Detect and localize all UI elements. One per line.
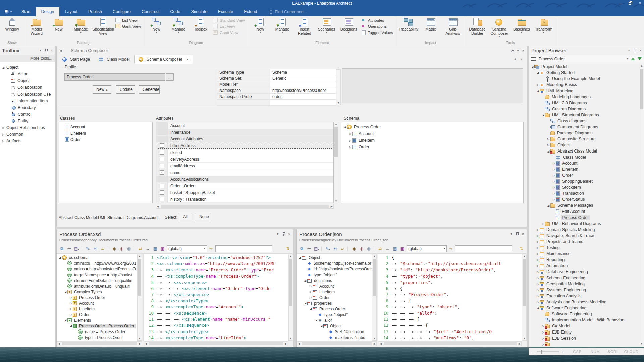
tree-item[interactable]: ◢Process Order — [297, 306, 372, 312]
expander-closed-icon[interactable]: ▷ — [69, 296, 73, 299]
chevron-up-icon[interactable] — [511, 49, 514, 53]
ribbon-tab-configure[interactable]: Configure — [107, 7, 136, 16]
new-button[interactable]: New▸ — [93, 85, 111, 94]
xsd-tree-scrollbar[interactable]: ▲▼ — [137, 254, 142, 341]
close-icon[interactable]: × — [288, 232, 290, 236]
close-icon[interactable]: × — [51, 48, 53, 52]
ribbon-button-new[interactable]: New — [48, 16, 70, 40]
ribbon-button-manage[interactable]: Manage▾ — [271, 16, 293, 40]
tree-item[interactable]: ◢Object — [297, 255, 372, 260]
tree-item[interactable]: ▷OrderStatus — [529, 196, 644, 202]
tree-item[interactable]: Class Model — [529, 154, 644, 160]
chevron-down-icon[interactable]: ▾ — [40, 49, 41, 52]
tree-item[interactable]: ◆type: "object" — [297, 272, 372, 278]
expander-open-icon[interactable]: ◢ — [63, 319, 67, 322]
tree-item[interactable]: ▷Artifacts — [0, 138, 55, 144]
expander-closed-icon[interactable]: ▷ — [536, 83, 540, 86]
checkbox[interactable] — [160, 190, 164, 195]
restore-button[interactable] — [627, 1, 633, 6]
xsd-code-view[interactable]: 1<?xml·version="1.0"·encoding="windows-1… — [144, 254, 288, 341]
chevron-down-icon[interactable]: ▾ — [628, 49, 630, 52]
list-icon[interactable]: ≔ — [306, 246, 312, 252]
tree-item[interactable]: ▷Common — [0, 131, 55, 138]
ribbon-button-model-wizard[interactable]: Model Wizard — [25, 16, 48, 40]
tree-item[interactable]: ◆id: "http://bookstore/ProcessOrde — [297, 266, 372, 272]
tree-item[interactable]: ▷LineItem — [341, 137, 523, 144]
tree-item[interactable]: Class diagrams — [529, 118, 644, 124]
attribute-row[interactable]: emailAddress — [156, 163, 333, 169]
property-value[interactable]: Generic — [270, 75, 336, 81]
ribbon-item-attributes[interactable]: Attributes — [361, 18, 393, 22]
attribute-row[interactable]: Order : Order — [156, 183, 333, 189]
expander-closed-icon[interactable]: ▷ — [536, 234, 540, 237]
tree-item[interactable]: ◢EProcess Order : Process Order — [57, 323, 137, 329]
tree-item[interactable]: ▷C# Model — [529, 323, 644, 329]
tree-item[interactable]: ◢definitions — [297, 278, 372, 283]
expander-closed-icon[interactable]: ▷ — [536, 277, 540, 280]
checkbox-checked[interactable]: ✓ — [160, 170, 164, 175]
expander-open-icon[interactable]: ◢ — [343, 126, 347, 129]
tree-item[interactable]: ▷Projects and Teams — [529, 239, 644, 245]
properties-icon[interactable]: ▤▾ — [73, 246, 80, 252]
json-tree-scrollbar[interactable]: ▲▼ — [372, 254, 377, 341]
tree-item[interactable]: ◢UML Structural Diagrams — [529, 112, 644, 118]
save-icon[interactable]: ▱ — [339, 246, 346, 252]
tab-scroll-arrows[interactable]: ◂ ▸ — [514, 57, 524, 61]
collapse-left-icon[interactable]: « — [59, 48, 71, 53]
close-icon[interactable]: × — [640, 48, 642, 52]
profile-name-field[interactable]: Process Order — [64, 73, 165, 81]
expander-closed-icon[interactable]: ▷ — [552, 174, 556, 177]
search-doc-icon[interactable]: ◎ — [358, 246, 365, 252]
ribbon-item-tagged-values[interactable]: Tagged Values — [361, 30, 393, 35]
tab-schema-composer[interactable]: ★Schema Composer× — [134, 55, 193, 64]
ribbon-tab-execute[interactable]: Execute — [213, 7, 238, 16]
class-list-item[interactable]: Account — [59, 124, 152, 130]
expander-closed-icon[interactable]: ▷ — [1, 126, 5, 129]
ribbon-tab-code[interactable]: Code — [165, 7, 186, 16]
tree-item[interactable]: ▷TOrder — [57, 312, 137, 317]
expander-closed-icon[interactable]: ▷ — [552, 186, 556, 189]
attribute-row[interactable]: history : Transaction — [156, 196, 333, 203]
ribbon-button-matrix[interactable]: Matrix — [420, 16, 442, 40]
tree-item[interactable]: ▷Testing — [529, 245, 644, 251]
search-doc-icon[interactable]: ◎ — [118, 246, 125, 252]
tree-item[interactable]: ▷Database Engineering — [529, 269, 644, 275]
property-value[interactable]: order: — [270, 94, 336, 99]
list-icon[interactable]: ≔ — [66, 246, 72, 252]
tree-item[interactable]: ▷Domain Specific Modeling — [529, 227, 644, 233]
expander-closed-icon[interactable]: ▷ — [541, 222, 545, 225]
pin-icon[interactable] — [516, 232, 519, 236]
property-value[interactable]: Schema — [270, 69, 336, 75]
property-row[interactable] — [217, 100, 336, 106]
tree-item[interactable]: ▷StockItem — [529, 184, 644, 190]
expander-open-icon[interactable]: ◢ — [536, 71, 540, 74]
tree-item[interactable]: ▷Modeling Basics — [529, 82, 644, 88]
generate-button[interactable]: Generate — [139, 85, 160, 94]
select-all-button[interactable]: All — [179, 213, 192, 220]
tree-item[interactable]: ▷TLineItem — [57, 306, 137, 312]
tree-item[interactable]: Control — [0, 111, 55, 118]
expander-open-icon[interactable]: ◢ — [63, 290, 67, 293]
browse-button[interactable]: ... — [166, 73, 174, 81]
expander-open-icon[interactable]: ◢ — [58, 256, 62, 259]
checkbox[interactable] — [160, 197, 164, 201]
tree-item[interactable]: Process Order — [529, 215, 644, 221]
tree-item[interactable]: Implementation Model - With Behaviors — [529, 317, 644, 323]
validate-icon[interactable]: ▣ — [159, 246, 166, 252]
property-value[interactable] — [270, 100, 336, 105]
zoom-in-icon[interactable]: + — [561, 349, 564, 354]
search-next-icon[interactable]: ◎ — [126, 246, 132, 252]
find-icon[interactable]: ◉ — [111, 246, 117, 252]
tree-item[interactable]: ◢EElements — [57, 317, 137, 323]
ribbon-item-operations[interactable]: Operations — [361, 24, 393, 28]
expander-open-icon[interactable]: ◢ — [303, 302, 307, 305]
pin-icon[interactable] — [45, 49, 48, 52]
xsd-code-scrollbar[interactable]: ▲▼ — [288, 254, 293, 341]
tree-item[interactable]: ▷Account — [529, 160, 644, 166]
tree-item[interactable]: ◢Software Engineering — [529, 305, 644, 311]
pin-icon[interactable] — [282, 232, 285, 236]
expander-open-icon[interactable]: ◢ — [298, 256, 302, 259]
tree-item[interactable]: ◢TComplex Types — [57, 289, 137, 295]
ribbon-button-new[interactable]: New▾ — [145, 16, 167, 40]
tree-item[interactable]: ◢Getting Started — [529, 70, 644, 76]
